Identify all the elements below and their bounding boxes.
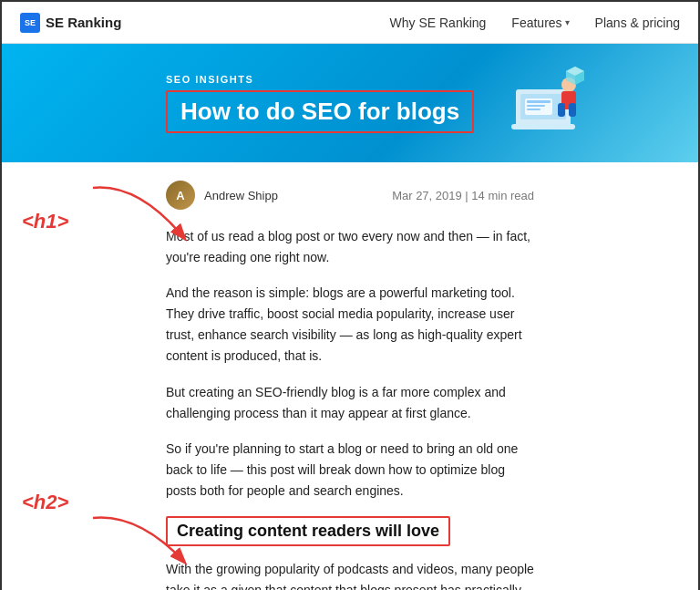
article-para-3: But creating an SEO-friendly blog is a f… (166, 382, 534, 424)
chevron-down-icon: ▾ (565, 17, 570, 27)
svg-rect-6 (569, 103, 576, 117)
article-content: A Andrew Shipp Mar 27, 2019 | 14 min rea… (2, 162, 698, 590)
logo-text: SE Ranking (46, 15, 121, 30)
svg-rect-9 (527, 105, 545, 107)
site-logo[interactable]: SE SE Ranking (20, 13, 121, 33)
article-para-h2: With the growing popularity of podcasts … (166, 559, 534, 590)
hero-banner: SEO INSIGHTS How to do SEO for blogs (2, 44, 698, 162)
svg-rect-5 (558, 103, 565, 117)
article-para-2: And the reason is simple: blogs are a po… (166, 283, 534, 367)
nav-plans-pricing[interactable]: Plans & pricing (595, 16, 680, 30)
nav-why-se-ranking[interactable]: Why SE Ranking (390, 16, 487, 30)
hero-illustration (507, 53, 589, 153)
author-name: Andrew Shipp (204, 189, 278, 202)
author-meta: Mar 27, 2019 | 14 min read (392, 189, 534, 202)
hero-title: How to do SEO for blogs (180, 98, 459, 125)
author-line: A Andrew Shipp Mar 27, 2019 | 14 min rea… (166, 181, 534, 210)
hero-content: SEO INSIGHTS How to do SEO for blogs (166, 74, 474, 133)
logo-icon: SE (20, 13, 40, 33)
navbar: SE SE Ranking Why SE Ranking Features ▾ … (2, 2, 698, 44)
annotation-h1: <h1> (22, 210, 68, 233)
article-para-1: Most of us read a blog post or two every… (166, 226, 534, 268)
h2-title: Creating content readers will love (177, 522, 439, 540)
h2-title-box: Creating content readers will love (166, 516, 450, 546)
nav-links: Why SE Ranking Features ▾ Plans & pricin… (390, 16, 680, 30)
hero-category: SEO INSIGHTS (166, 74, 474, 85)
author-avatar: A (166, 181, 195, 210)
svg-rect-8 (527, 100, 551, 103)
page-wrapper: SEO INSIGHTS How to do SEO for blogs (2, 44, 698, 590)
annotation-h2: <h2> (22, 491, 68, 514)
nav-features[interactable]: Features ▾ (511, 16, 569, 30)
svg-rect-2 (511, 124, 575, 129)
svg-rect-10 (527, 109, 540, 110)
article-para-4: So if you're planning to start a blog or… (166, 439, 534, 502)
hero-title-box: How to do SEO for blogs (166, 90, 474, 133)
